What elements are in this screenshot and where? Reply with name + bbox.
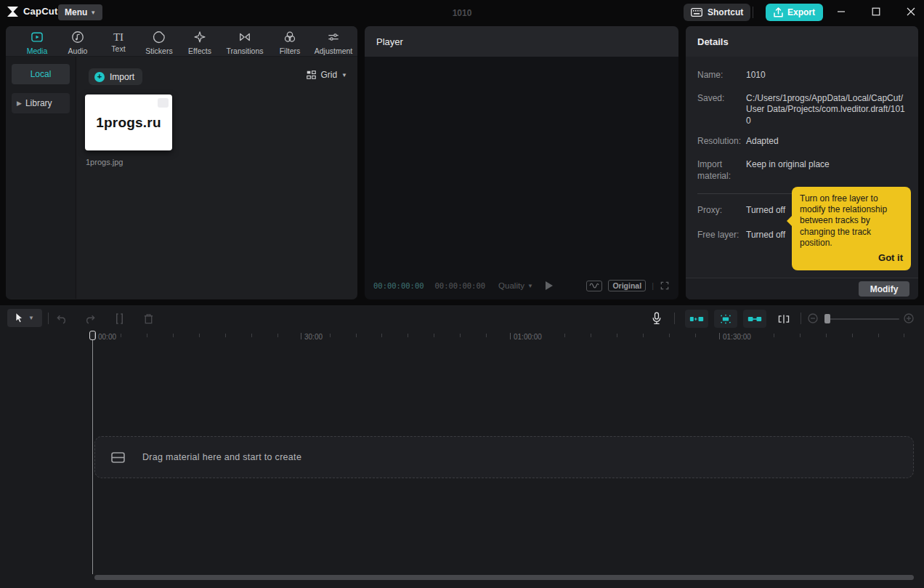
playhead-marker-icon[interactable] <box>89 331 96 340</box>
media-item-filename: 1progs.jpg <box>86 158 123 166</box>
got-it-button[interactable]: Got it <box>800 252 903 265</box>
dropzone-text: Drag material here and start to create <box>142 452 301 462</box>
preview-quality-button[interactable] <box>586 281 602 291</box>
tab-filters[interactable]: Filters <box>270 26 310 56</box>
import-button[interactable]: + Import <box>89 68 142 85</box>
minimize-button[interactable] <box>830 1 853 22</box>
microphone-icon <box>652 312 662 325</box>
fullscreen-button[interactable] <box>660 281 670 291</box>
capcut-logo-icon <box>7 7 19 17</box>
modify-button[interactable]: Modify <box>859 281 909 297</box>
zoom-in-icon <box>904 313 914 323</box>
playhead-line <box>92 340 93 574</box>
keyboard-icon <box>691 8 702 17</box>
export-button[interactable]: Export <box>766 4 823 21</box>
tab-audio[interactable]: Audio <box>57 26 98 56</box>
titlebar-separator <box>753 7 753 18</box>
player-controls: 00:00:00:00 00:00:00:00 Quality▼ Origina… <box>365 272 678 299</box>
transitions-icon <box>238 30 252 44</box>
details-footer: Modify <box>686 278 918 299</box>
stickers-icon <box>152 30 166 44</box>
player-header: Player <box>365 26 678 57</box>
delete-button[interactable] <box>139 310 157 327</box>
main-track-magnet-toggle[interactable] <box>685 310 708 328</box>
plus-circle-icon: + <box>94 72 105 82</box>
preview-axis-toggle[interactable] <box>772 310 795 328</box>
zoom-out-button[interactable] <box>808 313 818 323</box>
timeline-section: ▼ <box>0 305 924 588</box>
maximize-button[interactable] <box>864 1 888 22</box>
player-panel: Player 00:00:00:00 00:00:00:00 Quality▼ … <box>365 26 678 299</box>
chevron-down-icon: ▼ <box>28 315 34 321</box>
linkage-icon <box>747 315 762 323</box>
menu-button[interactable]: Menu▼ <box>58 4 102 20</box>
split-button[interactable] <box>110 310 128 327</box>
grid-icon <box>307 71 316 80</box>
redo-button[interactable] <box>81 310 99 327</box>
expand-arrow-icon: ▶ <box>17 100 22 107</box>
total-timecode: 00:00:00:00 <box>435 281 486 290</box>
media-item-thumbnail[interactable]: 1progs.ru <box>85 94 172 150</box>
linkage-toggle[interactable] <box>743 310 766 328</box>
select-tool-button[interactable]: ▼ <box>7 309 42 327</box>
details-panel: Details Name: 1010 Saved: C:/Users/1prog… <box>686 26 918 299</box>
timeline-zoom-slider[interactable] <box>825 318 899 320</box>
toolbar-separator <box>801 313 801 324</box>
redo-icon <box>84 313 97 324</box>
detail-row-name: Name: 1010 <box>697 70 907 81</box>
auto-preview-toggle[interactable] <box>714 310 737 328</box>
zoom-in-button[interactable] <box>904 313 914 323</box>
cursor-icon <box>15 313 24 323</box>
filters-icon <box>283 30 297 44</box>
tab-adjustment[interactable]: Adjustment <box>310 26 357 56</box>
asset-tabbar: Media Audio TI Text Stickers Effects <box>6 26 357 57</box>
play-button[interactable] <box>545 281 554 291</box>
sidebar-item-local[interactable]: Local <box>12 64 70 84</box>
delete-icon <box>143 313 154 324</box>
ruler-label: 30:00 <box>304 333 323 341</box>
zoom-slider-knob[interactable] <box>824 314 830 323</box>
media-sidebar: Local ▶ Library <box>6 57 76 299</box>
maximize-icon <box>872 7 880 16</box>
details-title: Details <box>697 36 729 47</box>
undo-icon <box>55 313 68 324</box>
timeline-ruler[interactable]: 00:00 30:00 01:00:00 01:30:00 <box>0 331 924 345</box>
timeline-toolbar: ▼ <box>0 305 924 331</box>
chevron-down-icon: ▼ <box>90 9 96 16</box>
media-panel: Media Audio TI Text Stickers Effects <box>6 26 357 299</box>
undo-button[interactable] <box>52 310 70 327</box>
tab-transitions[interactable]: Transitions <box>220 26 270 56</box>
tab-effects[interactable]: Effects <box>179 26 220 56</box>
timeline-dropzone[interactable]: Drag material here and start to create <box>94 436 914 478</box>
tooltip-text: Turn on free layer to modify the relatio… <box>800 193 903 249</box>
playhead[interactable] <box>89 331 97 340</box>
horizontal-scrollbar[interactable] <box>94 575 914 580</box>
chevron-down-icon: ▼ <box>527 283 533 289</box>
current-timecode: 00:00:00:00 <box>373 281 424 290</box>
tab-media[interactable]: Media <box>17 26 57 56</box>
filmstrip-icon <box>111 452 125 463</box>
capcut-logo: CapCut <box>7 6 57 17</box>
quality-dropdown[interactable]: Quality▼ <box>498 281 533 290</box>
split-icon <box>114 313 125 324</box>
titlebar: CapCut Menu▼ 1010 Shortcut Export <box>0 0 924 25</box>
shortcut-button[interactable]: Shortcut <box>684 4 750 21</box>
tab-text[interactable]: TI Text <box>98 26 139 56</box>
controls-separator: | <box>652 281 654 290</box>
aspect-ratio-button[interactable]: Original <box>608 280 646 291</box>
thumbnail-select-icon[interactable] <box>158 98 169 108</box>
toolbar-separator <box>48 313 49 324</box>
play-icon <box>545 281 554 291</box>
grid-view-dropdown[interactable]: Grid▼ <box>307 70 347 80</box>
close-button[interactable] <box>899 1 923 22</box>
tab-stickers[interactable]: Stickers <box>139 26 179 56</box>
record-voiceover-button[interactable] <box>647 309 667 328</box>
main-track-magnet-icon <box>689 315 704 323</box>
media-icon <box>30 30 44 44</box>
chevron-down-icon: ▼ <box>341 72 347 78</box>
effects-icon <box>192 30 207 44</box>
zoom-out-icon <box>808 313 818 323</box>
sidebar-item-library[interactable]: ▶ Library <box>12 93 70 113</box>
tooltip-arrow <box>787 216 792 226</box>
audio-icon <box>70 30 85 44</box>
